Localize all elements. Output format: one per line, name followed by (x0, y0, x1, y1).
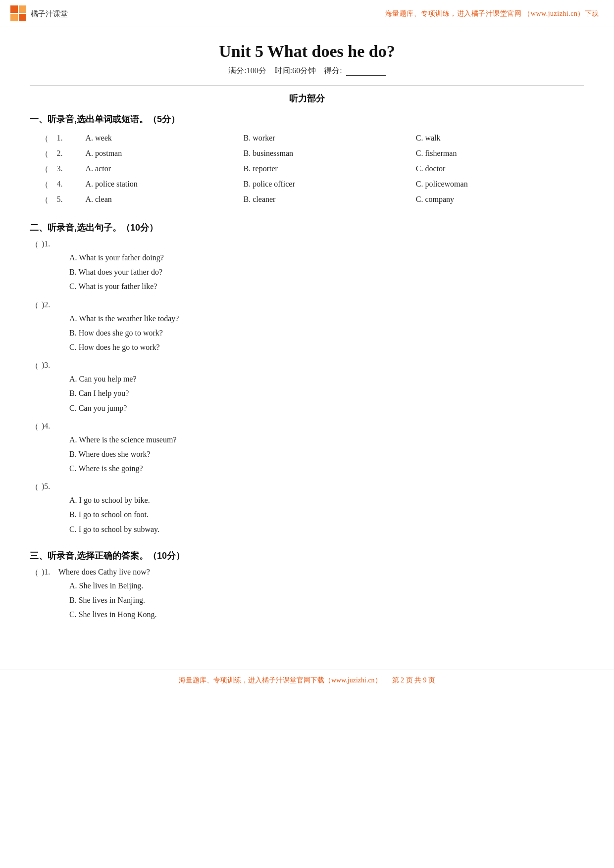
q-num: )4. (42, 422, 57, 431)
sentence-item: （)2.A. What is the weather like today?B.… (30, 300, 584, 354)
sentence-item: （)1.Where does Cathy live now?A. She liv… (30, 568, 584, 622)
page-footer: 海量题库、专项训练，进入橘子汁课堂官网下载（www.juzizhi.cn） 第 … (0, 670, 614, 689)
bracket: （ (30, 300, 41, 311)
section-2-questions: （)1.A. What is your father doing?B. What… (30, 240, 584, 536)
bracket: （ (30, 422, 41, 432)
option-line: B. She lives in Nanjing. (69, 593, 584, 607)
svg-rect-0 (10, 5, 18, 13)
q-num: )2. (42, 300, 57, 309)
option-line: C. I go to school by subway. (69, 523, 584, 536)
table-row: （ 5. A. clean B. cleaner C. company (30, 193, 584, 208)
svg-rect-1 (19, 5, 26, 13)
logo-text: 橘子汁课堂 (31, 9, 68, 19)
page-header: 橘子汁课堂 海量题库、专项训练，进入橘子汁课堂官网 （www.juzizhi.c… (0, 0, 614, 27)
option-a: A. week (81, 131, 239, 146)
section-1-table: （ 1. A. week B. worker C. walk （ 2. A. p… (30, 131, 584, 208)
bracket: （ (30, 193, 52, 208)
bracket: （ (30, 361, 41, 371)
section-1: 一、听录音,选出单词或短语。（5分） （ 1. A. week B. worke… (30, 113, 584, 208)
sentence-item: （)4.A. Where is the science museum?B. Wh… (30, 422, 584, 476)
q-num: )3. (42, 361, 57, 370)
q-line: （)4. (30, 422, 584, 432)
bracket: （ (30, 240, 41, 250)
option-b: B. businessman (240, 146, 412, 162)
listening-section-title: 听力部分 (30, 93, 584, 104)
q-num: )5. (42, 482, 57, 491)
svg-rect-3 (19, 14, 26, 21)
option-c: C. walk (412, 131, 584, 146)
section-3-heading: 三、听录音,选择正确的答案。（10分） (30, 550, 584, 562)
header-slogan: 海量题库、专项训练，进入橘子汁课堂官网 （www.juzizhi.cn）下载 (385, 9, 599, 18)
table-row: （ 3. A. actor B. reporter C. doctor (30, 162, 584, 177)
option-line: C. Can you jump? (69, 401, 584, 415)
subtitle-row: 满分:100分 时间:60分钟 得分: (30, 66, 584, 76)
bracket: （ (30, 146, 52, 162)
table-row: （ 4. A. police station B. police officer… (30, 177, 584, 193)
option-b: B. reporter (240, 162, 412, 177)
answer-options: A. I go to school by bike.B. I go to sch… (69, 493, 584, 536)
bracket: （ (30, 482, 41, 492)
option-line: A. I go to school by bike. (69, 493, 584, 507)
option-line: C. What is your father like? (69, 280, 584, 293)
sentence-item: （)5.A. I go to school by bike.B. I go to… (30, 482, 584, 536)
q-num: 1. (52, 131, 81, 146)
option-a: A. actor (81, 162, 239, 177)
option-line: A. What is the weather like today? (69, 312, 584, 325)
time-label: 时间:60分钟 (274, 66, 316, 75)
q-line: （)1. (30, 240, 584, 250)
score-label: 得分: (324, 66, 342, 75)
q-line: （)5. (30, 482, 584, 492)
option-line: B. Can I help you? (69, 386, 584, 400)
q-line: （)3. (30, 361, 584, 371)
answer-options: A. What is your father doing?B. What doe… (69, 251, 584, 293)
logo-area: 橘子汁课堂 (10, 5, 68, 23)
sentence-item: （)3.A. Can you help me?B. Can I help you… (30, 361, 584, 415)
option-line: A. Where is the science museum? (69, 433, 584, 446)
bracket: （ (30, 131, 52, 146)
option-c: C. company (412, 193, 584, 208)
bracket: （ (30, 568, 41, 578)
answer-options: A. Can you help me?B. Can I help you?C. … (69, 372, 584, 415)
answer-options: A. She lives in Beijing.B. She lives in … (69, 579, 584, 622)
option-line: B. Where does she work? (69, 447, 584, 461)
footer-text: 海量题库、专项训练，进入橘子汁课堂官网下载（www.juzizhi.cn） (179, 676, 382, 684)
option-a: A. clean (81, 193, 239, 208)
option-c: C. fisherman (412, 146, 584, 162)
option-line: A. She lives in Beijing. (69, 579, 584, 592)
divider1 (30, 85, 584, 86)
q-num: )1. (42, 240, 57, 248)
q-num: 2. (52, 146, 81, 162)
option-line: A. Can you help me? (69, 372, 584, 386)
logo-icon (10, 5, 28, 23)
q-line: （)2. (30, 300, 584, 311)
option-a: A. police station (81, 177, 239, 193)
option-line: B. How does she go to work? (69, 326, 584, 339)
full-mark: 满分:100分 (228, 66, 266, 75)
q-lead-text: Where does Cathy live now? (58, 568, 150, 577)
page-title: Unit 5 What does he do? (30, 42, 584, 61)
option-b: B. police officer (240, 177, 412, 193)
q-num: )1. (42, 568, 57, 577)
q-num: 5. (52, 193, 81, 208)
section-1-heading: 一、听录音,选出单词或短语。（5分） (30, 113, 584, 125)
table-row: （ 2. A. postman B. businessman C. fisher… (30, 146, 584, 162)
option-b: B. cleaner (240, 193, 412, 208)
option-line: C. Where is she going? (69, 462, 584, 475)
q-line: （)1.Where does Cathy live now? (30, 568, 584, 578)
q-num: 4. (52, 177, 81, 193)
sentence-item: （)1.A. What is your father doing?B. What… (30, 240, 584, 293)
option-line: C. She lives in Hong Kong. (69, 608, 584, 621)
answer-options: A. Where is the science museum?B. Where … (69, 433, 584, 476)
section-3: 三、听录音,选择正确的答案。（10分） （)1.Where does Cathy… (30, 550, 584, 622)
option-line: A. What is your father doing? (69, 251, 584, 264)
option-line: B. I go to school on foot. (69, 508, 584, 521)
option-line: B. What does your father do? (69, 265, 584, 279)
option-a: A. postman (81, 146, 239, 162)
section-2: 二、听录音,选出句子。（10分） （)1.A. What is your fat… (30, 222, 584, 536)
option-b: B. worker (240, 131, 412, 146)
answer-options: A. What is the weather like today?B. How… (69, 312, 584, 354)
score-blank (346, 66, 386, 76)
option-c: C. doctor (412, 162, 584, 177)
section-2-heading: 二、听录音,选出句子。（10分） (30, 222, 584, 234)
bracket: （ (30, 162, 52, 177)
